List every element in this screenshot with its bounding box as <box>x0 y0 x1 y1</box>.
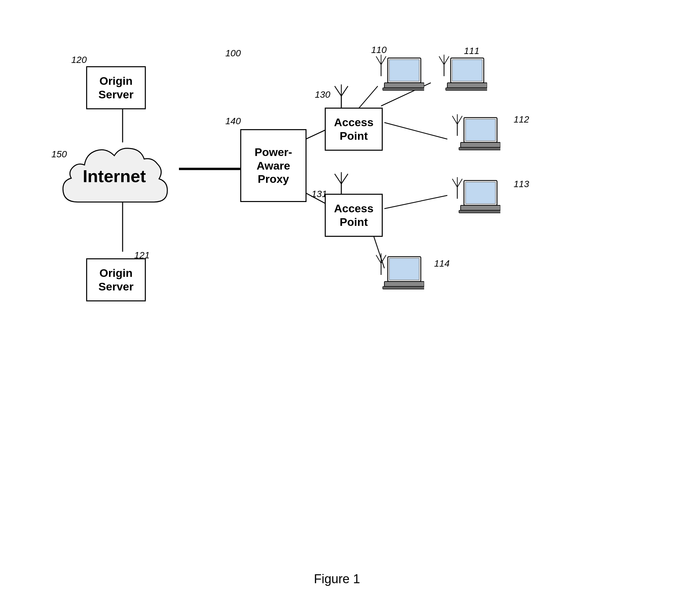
origin-server-bottom-label: OriginServer <box>98 266 133 293</box>
client-114 <box>371 252 424 299</box>
origin-server-top-label: OriginServer <box>98 74 133 101</box>
ref-100: 100 <box>225 48 241 58</box>
svg-line-44 <box>452 179 457 187</box>
svg-line-12 <box>335 86 341 96</box>
svg-line-16 <box>335 174 341 184</box>
ref-140: 140 <box>225 116 241 127</box>
svg-rect-32 <box>452 59 482 81</box>
svg-line-46 <box>457 179 462 187</box>
svg-rect-41 <box>461 142 500 147</box>
client-111 <box>434 53 487 101</box>
svg-rect-48 <box>466 182 495 204</box>
figure-caption: Figure 1 <box>0 572 674 586</box>
client-112 <box>447 113 500 160</box>
ref-114: 114 <box>434 258 450 269</box>
access-point-bottom-label: AccessPoint <box>334 202 373 229</box>
svg-line-18 <box>341 174 348 184</box>
svg-line-7 <box>384 123 447 139</box>
origin-server-bottom-box: OriginServer <box>86 258 146 301</box>
svg-line-28 <box>439 56 444 64</box>
svg-rect-40 <box>466 119 495 141</box>
ref-113: 113 <box>514 179 529 189</box>
svg-line-30 <box>444 56 449 64</box>
access-point-top-label: AccessPoint <box>334 116 373 143</box>
svg-rect-58 <box>383 287 424 289</box>
svg-rect-25 <box>384 83 424 88</box>
proxy-label: Power-AwareProxy <box>254 145 292 186</box>
ref-120: 120 <box>71 55 87 65</box>
svg-line-20 <box>376 56 381 64</box>
access-point-top-box: AccessPoint <box>325 108 383 151</box>
access-point-bottom-box: AccessPoint <box>325 194 383 237</box>
svg-line-22 <box>381 56 386 64</box>
svg-line-52 <box>376 255 381 263</box>
svg-rect-26 <box>383 88 424 91</box>
client-110 <box>371 53 424 101</box>
origin-server-top-box: OriginServer <box>86 66 146 109</box>
ref-130: 130 <box>315 90 330 100</box>
svg-line-8 <box>384 195 447 209</box>
access-point-top-antenna <box>331 83 351 111</box>
svg-rect-56 <box>389 258 419 280</box>
svg-line-36 <box>452 116 457 124</box>
svg-line-14 <box>341 86 348 96</box>
svg-rect-49 <box>461 205 500 210</box>
svg-rect-24 <box>389 59 419 81</box>
svg-rect-34 <box>446 88 487 91</box>
ref-112: 112 <box>514 114 529 125</box>
proxy-box: Power-AwareProxy <box>240 129 307 202</box>
svg-rect-50 <box>459 210 500 213</box>
svg-text:Internet: Internet <box>83 167 146 186</box>
svg-rect-33 <box>447 83 487 88</box>
svg-rect-57 <box>384 282 424 287</box>
svg-rect-42 <box>459 147 500 150</box>
internet-cloud: Internet <box>53 129 179 223</box>
svg-line-54 <box>381 255 386 263</box>
client-113 <box>447 175 500 223</box>
svg-line-38 <box>457 116 462 124</box>
